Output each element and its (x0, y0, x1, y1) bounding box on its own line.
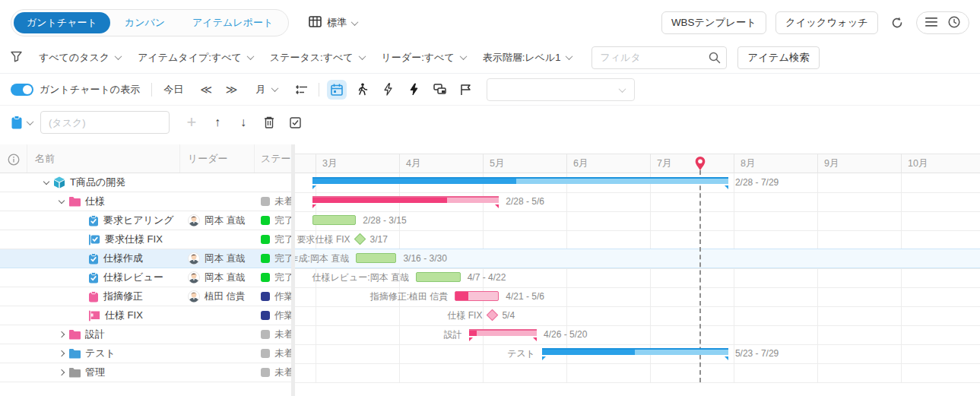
tree-expand-icon[interactable] (59, 331, 65, 337)
row-leader-cell[interactable] (180, 363, 255, 382)
row-status-cell[interactable]: 未着手 (255, 192, 291, 211)
table-row[interactable]: 設計未着手 (0, 325, 291, 344)
row-status-cell[interactable]: 未着手 (255, 325, 291, 344)
status-dropdown[interactable]: ステータス:すべて (270, 51, 365, 65)
copy-items-icon[interactable] (430, 80, 450, 100)
walking-person-icon[interactable] (353, 80, 373, 100)
gantt-visibility-toggle[interactable] (11, 84, 33, 96)
flag-icon[interactable] (456, 80, 476, 100)
table-row[interactable]: T商品の開発 (0, 173, 291, 192)
task-bar[interactable] (312, 215, 356, 225)
row-leader-cell[interactable]: 岡本 直哉 (180, 268, 255, 287)
table-row[interactable]: 管理未着手 (0, 363, 291, 382)
row-status-cell[interactable]: 完了 (255, 230, 291, 249)
leader-dropdown[interactable]: リーダー:すべて (382, 51, 466, 65)
bolt-outline-icon[interactable] (379, 80, 398, 100)
task-scope-dropdown[interactable]: すべてのタスク (39, 51, 121, 65)
table-header: 名前 リーダー ステータス (0, 144, 291, 173)
view-selector[interactable]: 標準 (309, 16, 357, 30)
tree-collapse-icon[interactable] (59, 197, 65, 203)
row-status-cell[interactable]: 作業中 (255, 287, 291, 306)
refresh-icon[interactable] (887, 13, 907, 33)
trash-icon[interactable] (256, 116, 282, 128)
milestone-diamond[interactable] (354, 233, 366, 246)
task-bar[interactable] (455, 291, 499, 301)
move-down-icon[interactable]: ↓ (230, 116, 256, 129)
content-area: 名前 リーダー ステータス T商品の開発仕様未着手要求ヒアリング岡本 直哉完了要… (0, 144, 980, 396)
summary-bar[interactable] (312, 177, 728, 184)
table-row[interactable]: 指摘修正植田 信貴作業中 (0, 287, 291, 306)
row-gridline (295, 382, 980, 383)
today-marker[interactable] (694, 156, 706, 173)
summary-bar[interactable] (469, 329, 537, 336)
collapse-outline-icon[interactable] (291, 80, 311, 100)
row-leader-cell[interactable] (180, 173, 255, 192)
item-type-dropdown[interactable]: アイテムタイプ:すべて (138, 51, 253, 65)
row-status-cell[interactable] (255, 173, 291, 192)
row-status-cell[interactable]: 完了 (255, 211, 291, 230)
row-status-cell[interactable]: 未着手 (255, 344, 291, 363)
table-row[interactable]: 仕様 FIX作業中 (0, 306, 291, 325)
summary-bar[interactable] (312, 196, 499, 203)
task-bar[interactable] (356, 253, 396, 263)
row-leader-cell[interactable] (180, 325, 255, 344)
table-row[interactable]: 要求ヒアリング岡本 直哉完了 (0, 211, 291, 230)
row-name-cell[interactable]: 要求仕様 FIX (27, 230, 180, 249)
tree-expand-icon[interactable] (59, 350, 65, 356)
gantt-preset-select[interactable] (487, 78, 635, 101)
history-clock-icon[interactable] (948, 16, 960, 30)
tab-gantt-chart[interactable]: ガントチャート (14, 12, 110, 33)
tab-kanban[interactable]: カンバン (112, 12, 178, 33)
table-row[interactable]: 仕様レビュー岡本 直哉完了 (0, 268, 291, 287)
tab-item-report[interactable]: アイテムレポート (179, 12, 286, 33)
row-status-cell[interactable]: 完了 (255, 268, 291, 287)
row-name-cell[interactable]: T商品の開発 (27, 173, 180, 192)
summary-bar[interactable] (542, 348, 728, 355)
row-name-cell[interactable]: 仕様 (27, 192, 180, 211)
row-status-cell[interactable]: 完了 (255, 249, 291, 268)
scroll-left-icon[interactable]: ≪ (200, 83, 212, 97)
row-leader-cell[interactable] (180, 344, 255, 363)
row-name-cell[interactable]: 管理 (27, 363, 180, 382)
row-status-cell[interactable]: 未着手 (255, 363, 291, 382)
row-leader-cell[interactable]: 植田 信貴 (180, 287, 255, 306)
table-row[interactable]: 仕様未着手 (0, 192, 291, 211)
clipboard-type-icon[interactable] (11, 116, 33, 129)
wbs-template-button[interactable]: WBSテンプレート (661, 11, 766, 34)
row-name-cell[interactable]: 設計 (27, 325, 180, 344)
row-name-cell[interactable]: 仕様 FIX (27, 306, 180, 325)
milestone-diamond[interactable] (487, 309, 499, 322)
task-bar[interactable] (416, 272, 461, 282)
filter-input[interactable] (591, 46, 727, 69)
row-name-cell[interactable]: 要求ヒアリング (27, 211, 180, 230)
hierarchy-dropdown[interactable]: 表示階層:レベル1 (483, 51, 572, 65)
bolt-filled-icon[interactable] (404, 80, 424, 100)
table-row[interactable]: 要求仕様 FIX完了 (0, 230, 291, 249)
row-name-cell[interactable]: テスト (27, 344, 180, 363)
row-leader-cell[interactable] (180, 230, 255, 249)
row-name-cell[interactable]: 指摘修正 (27, 287, 180, 306)
tree-expand-icon[interactable] (59, 369, 65, 375)
checkbox-icon[interactable] (282, 117, 308, 128)
row-name-cell[interactable]: 仕様レビュー (27, 268, 180, 287)
item-search-button[interactable]: アイテム検索 (737, 46, 819, 69)
row-leader-cell[interactable] (180, 192, 255, 211)
time-scale-dropdown[interactable]: 月 (256, 83, 278, 97)
table-row[interactable]: テスト未着手 (0, 344, 291, 363)
hamburger-menu-icon[interactable] (925, 17, 937, 29)
calendar-icon[interactable] (327, 80, 347, 100)
today-button[interactable]: 今日 (163, 83, 183, 97)
add-task-icon[interactable]: + (179, 112, 205, 132)
new-task-input[interactable] (40, 111, 170, 134)
row-leader-cell[interactable]: 岡本 直哉 (180, 211, 255, 230)
tree-collapse-icon[interactable] (43, 178, 49, 184)
table-row[interactable]: 仕様作成岡本 直哉完了 (0, 249, 291, 268)
row-status-cell[interactable]: 作業中 (255, 306, 291, 325)
quickwatch-button[interactable]: クイックウォッチ (775, 11, 878, 34)
move-up-icon[interactable]: ↑ (205, 116, 230, 129)
row-name-cell[interactable]: 仕様作成 (27, 249, 180, 268)
row-leader-cell[interactable] (180, 306, 255, 325)
scroll-right-icon[interactable]: ≫ (226, 83, 238, 97)
month-label: 3月 (316, 154, 399, 173)
row-leader-cell[interactable]: 岡本 直哉 (180, 249, 255, 268)
